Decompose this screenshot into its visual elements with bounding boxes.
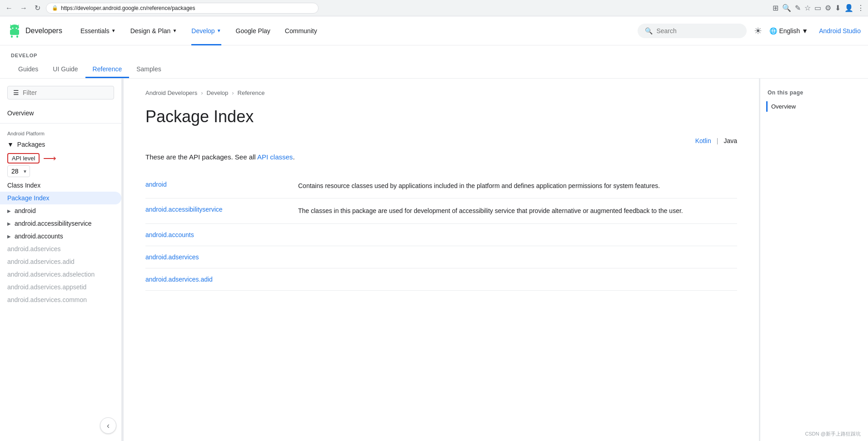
chevron-icon: ▼ bbox=[7, 141, 14, 148]
lang-chevron: ▼ bbox=[802, 27, 808, 35]
settings-icon[interactable]: ⚙ bbox=[825, 4, 831, 12]
android-logo-icon bbox=[7, 24, 22, 38]
refresh-button[interactable]: ↻ bbox=[33, 3, 42, 13]
tab-ui-guide[interactable]: UI Guide bbox=[45, 60, 85, 78]
tab-guides[interactable]: Guides bbox=[11, 60, 45, 78]
theme-toggle-button[interactable]: ☀ bbox=[754, 25, 762, 36]
api-level-badge: API level bbox=[7, 153, 40, 164]
breadcrumb-develop[interactable]: Develop bbox=[207, 89, 229, 96]
accessibility-chevron: ▶ bbox=[7, 221, 11, 226]
download-icon[interactable]: ⬇ bbox=[835, 4, 841, 12]
design-plan-chevron: ▼ bbox=[172, 28, 177, 33]
accounts-chevron: ▶ bbox=[7, 234, 11, 239]
android-chevron: ▶ bbox=[7, 208, 11, 213]
sidebar-item-packages[interactable]: ▼ Packages bbox=[0, 138, 121, 151]
api-level-box: API level ⟶ bbox=[7, 153, 114, 164]
svg-rect-7 bbox=[16, 35, 18, 38]
intro-text: These are the API packages. See all API … bbox=[145, 152, 737, 163]
nav-develop[interactable]: Develop ▼ bbox=[184, 16, 228, 45]
sidebar-item-class-index[interactable]: Class Index bbox=[0, 179, 121, 192]
more-icon[interactable]: ⋮ bbox=[857, 4, 864, 12]
tab-reference[interactable]: Reference bbox=[85, 60, 130, 78]
sidebar-item-accessibilityservice[interactable]: ▶ android.accessibilityservice bbox=[0, 217, 121, 230]
sidebar-icon[interactable]: ▭ bbox=[814, 4, 821, 12]
nav-design-plan[interactable]: Design & Plan ▼ bbox=[123, 16, 185, 45]
content-area: Android Developers › Develop › Reference… bbox=[124, 79, 759, 441]
logo[interactable]: Developers bbox=[7, 24, 62, 38]
search-input[interactable] bbox=[656, 27, 739, 35]
sidebar: ☰ Overview Android Platform ▼ Packages A… bbox=[0, 79, 122, 441]
svg-rect-6 bbox=[11, 35, 13, 38]
lang-label: English bbox=[779, 27, 800, 35]
kotlin-link[interactable]: Kotlin bbox=[695, 137, 711, 144]
svg-rect-1 bbox=[10, 30, 19, 35]
breadcrumb-sep-2: › bbox=[232, 89, 234, 96]
nav-google-play[interactable]: Google Play bbox=[229, 16, 278, 45]
platform-label: Android Platform bbox=[0, 127, 121, 138]
tab-samples[interactable]: Samples bbox=[129, 60, 168, 78]
zoom-icon[interactable]: 🔍 bbox=[782, 4, 791, 12]
logo-text: Developers bbox=[25, 27, 62, 35]
language-button[interactable]: 🌐 English ▼ bbox=[769, 27, 808, 35]
nav-search: 🔍 ☀ 🌐 English ▼ Android Studio bbox=[638, 24, 861, 38]
browser-bar: ← → ↻ 🔒 https://developer.android.google… bbox=[0, 0, 868, 16]
api-select-wrapper[interactable]: 28 29 30 31 32 33 bbox=[7, 165, 30, 177]
top-nav: Developers Essentials ▼ Design & Plan ▼ … bbox=[0, 16, 868, 45]
api-classes-link[interactable]: API classes bbox=[257, 153, 293, 161]
api-level-select[interactable]: 28 29 30 31 32 33 bbox=[7, 165, 30, 177]
main-layout: ☰ Overview Android Platform ▼ Packages A… bbox=[0, 79, 868, 441]
develop-chevron: ▼ bbox=[217, 28, 221, 33]
url-text: https://developer.android.google.cn/refe… bbox=[61, 5, 195, 11]
package-link-adid[interactable]: android.adservices.adid bbox=[145, 276, 213, 283]
edit-icon[interactable]: ✎ bbox=[795, 4, 801, 12]
package-link-adservices[interactable]: android.adservices bbox=[145, 253, 199, 261]
essentials-chevron: ▼ bbox=[111, 28, 116, 33]
filter-input[interactable] bbox=[23, 89, 102, 96]
sidebar-item-adservices-appsetid[interactable]: android.adservices.appsetid bbox=[0, 281, 121, 293]
package-desc-android: Contains resource classes used by applic… bbox=[291, 173, 737, 198]
lang-switcher: Kotlin | Java bbox=[145, 137, 737, 144]
nav-community[interactable]: Community bbox=[278, 16, 324, 45]
grid-icon[interactable]: ⊞ bbox=[773, 4, 778, 12]
sidebar-item-adservices-adid[interactable]: android.adservices.adid bbox=[0, 255, 121, 268]
package-desc-adservices bbox=[291, 246, 737, 268]
sub-nav: DEVELOP Guides UI Guide Reference Sample… bbox=[0, 45, 868, 79]
breadcrumb-android-developers[interactable]: Android Developers bbox=[145, 89, 197, 96]
page-title: Package Index bbox=[145, 107, 737, 126]
address-bar[interactable]: 🔒 https://developer.android.google.cn/re… bbox=[46, 3, 319, 14]
sidebar-item-accounts[interactable]: ▶ android.accounts bbox=[0, 230, 121, 243]
globe-icon: 🌐 bbox=[769, 27, 777, 35]
package-link-accounts[interactable]: android.accounts bbox=[145, 231, 194, 238]
forward-button[interactable]: → bbox=[18, 3, 29, 13]
star-icon[interactable]: ☆ bbox=[804, 4, 811, 12]
back-button[interactable]: ← bbox=[4, 3, 15, 13]
android-studio-button[interactable]: Android Studio bbox=[819, 27, 861, 35]
filter-box[interactable]: ☰ bbox=[7, 86, 114, 99]
breadcrumb-reference[interactable]: Reference bbox=[238, 89, 265, 96]
on-this-page-label: On this page bbox=[768, 89, 861, 96]
svg-point-2 bbox=[12, 27, 14, 29]
sidebar-item-adservices-common[interactable]: android.adservices.common bbox=[0, 293, 121, 306]
browser-actions: ⊞ 🔍 ✎ ☆ ▭ ⚙ ⬇ 👤 ⋮ bbox=[773, 4, 864, 12]
package-desc-accounts bbox=[291, 223, 737, 246]
sidebar-item-overview[interactable]: Overview bbox=[0, 107, 121, 119]
nav-essentials[interactable]: Essentials ▼ bbox=[73, 16, 123, 45]
java-label: Java bbox=[723, 137, 737, 144]
sidebar-item-package-index[interactable]: Package Index bbox=[0, 192, 121, 204]
sidebar-item-adservices[interactable]: android.adservices bbox=[0, 243, 121, 255]
svg-point-3 bbox=[16, 27, 17, 29]
package-link-android[interactable]: android bbox=[145, 181, 167, 188]
table-row: android.adservices.adid bbox=[145, 268, 737, 290]
sidebar-divider-1 bbox=[0, 123, 121, 124]
sidebar-item-android[interactable]: ▶ android bbox=[0, 204, 121, 217]
package-link-accessibilityservice[interactable]: android.accessibilityservice bbox=[145, 206, 223, 213]
overview-link[interactable]: Overview bbox=[771, 101, 861, 112]
overview-link-container: Overview bbox=[766, 101, 861, 112]
api-select-row: 28 29 30 31 32 33 bbox=[7, 165, 114, 177]
profile-icon[interactable]: 👤 bbox=[844, 4, 853, 12]
sidebar-item-adservices-adselection[interactable]: android.adservices.adselection bbox=[0, 268, 121, 281]
search-icon: 🔍 bbox=[645, 27, 653, 35]
filter-icon: ☰ bbox=[13, 89, 19, 96]
search-box[interactable]: 🔍 bbox=[638, 24, 747, 38]
back-to-top-button[interactable]: ‹ bbox=[100, 417, 116, 434]
